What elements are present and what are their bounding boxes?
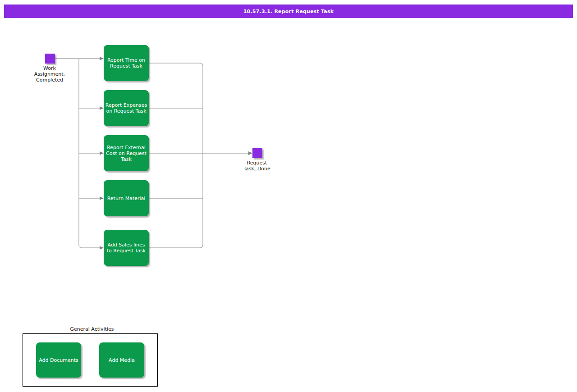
start-event-square [45, 54, 55, 64]
end-event-label: Request Task, Done [228, 160, 286, 172]
diagram-canvas: 10.57.3.1. Report Request Task Work Assi… [0, 0, 577, 392]
arrowhead-return-material [100, 196, 104, 200]
arrowhead-end-event [248, 151, 252, 155]
end-event-square [252, 148, 262, 158]
start-event-label: Work Assignment, Completed [20, 65, 79, 83]
arrowhead-report-external-cost [100, 151, 104, 155]
activity-report-expenses[interactable]: Report Expenses on Request Task [104, 90, 149, 126]
arrowhead-report-time [100, 57, 104, 60]
activity-report-external-cost[interactable]: Report External Cost on Request Task [104, 135, 149, 171]
activity-report-time[interactable]: Report Time on Request Task [104, 45, 149, 81]
activity-add-documents[interactable]: Add Documents [36, 342, 81, 378]
activity-add-media[interactable]: Add Media [99, 342, 144, 378]
arrowhead-report-expenses [100, 106, 104, 110]
arrowhead-add-sales-lines [100, 246, 104, 250]
activity-add-sales-lines[interactable]: Add Sales lines to Request Task [104, 230, 149, 266]
connector-right-rail [149, 63, 203, 248]
activity-return-material[interactable]: Return Material [104, 180, 149, 216]
general-activities-title: General Activities [47, 326, 137, 332]
